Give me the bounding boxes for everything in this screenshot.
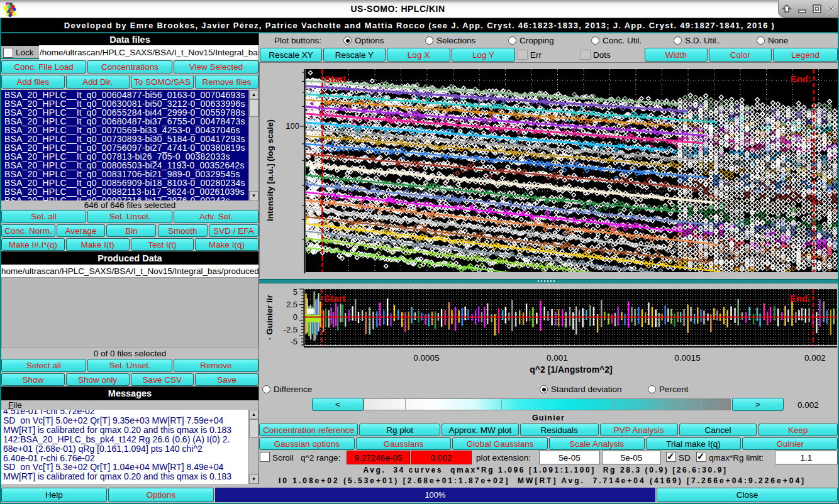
- svg-text:Start: Start: [324, 293, 345, 304]
- svg-text:2.5: 2.5: [286, 300, 297, 309]
- svg-text:5: 5: [293, 287, 297, 297]
- svg-text:0.002: 0.002: [804, 353, 826, 363]
- svg-text:-5: -5: [290, 337, 297, 346]
- svg-text:0.0005: 0.0005: [413, 353, 439, 363]
- svg-text:0: 0: [293, 312, 297, 322]
- svg-text:0.0015: 0.0015: [674, 353, 700, 363]
- svg-text:Intensity [a.u.] (log scale): Intensity [a.u.] (log scale): [265, 119, 275, 221]
- svg-text:0.001: 0.001: [547, 353, 568, 363]
- svg-text:End:: End:: [790, 293, 811, 304]
- svg-text:· Guinier lir: · Guinier lir: [265, 294, 274, 340]
- svg-text:100: 100: [286, 121, 299, 131]
- svg-text:-2.5: -2.5: [284, 325, 297, 334]
- svg-text:End:: End:: [791, 74, 811, 84]
- svg-text:Start: Start: [325, 74, 346, 84]
- svg-text:q^2 [1/Angstrom^2]: q^2 [1/Angstrom^2]: [530, 364, 612, 375]
